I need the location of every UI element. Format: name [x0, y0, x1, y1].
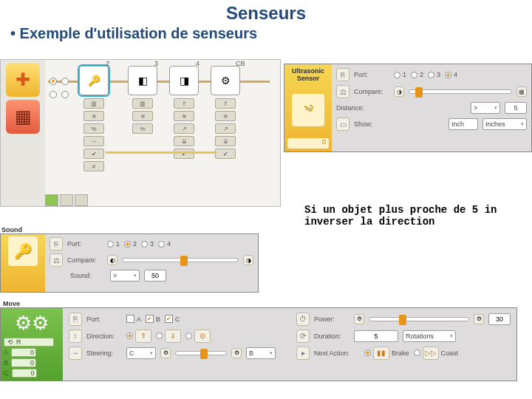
start-plug — [50, 78, 69, 85]
port-b-check[interactable]: ✔B — [146, 315, 160, 323]
tab-2[interactable] — [60, 194, 73, 206]
inch-button[interactable]: Inch — [449, 118, 478, 130]
port-c-check[interactable]: ✔C — [165, 315, 180, 323]
sound-value-row: Sound: >▾ 50 — [50, 270, 253, 282]
block-4[interactable]: ◨ — [169, 66, 199, 95]
port-1-radio[interactable]: 1 — [394, 71, 406, 78]
steer-right-icon: ⚙ — [231, 348, 242, 358]
grid-icon: ▦ — [15, 106, 32, 127]
sound-header: 🔑 — [1, 234, 45, 292]
palette-flow-block[interactable]: ▦ — [6, 100, 40, 134]
ultrasonic-icon: ༄ — [292, 94, 324, 126]
data-hub-2[interactable]: ▥≋% — [132, 98, 154, 134]
duration-value-input[interactable]: 5 — [354, 330, 398, 342]
reset-button[interactable]: ⟲ R — [4, 338, 54, 347]
port-4-radio[interactable]: 4 — [158, 240, 171, 248]
block-palette: ✚ ▦ — [1, 60, 45, 206]
power-icon: ⏱ — [296, 313, 310, 326]
feedback-c: C0 — [4, 369, 60, 378]
chevron-down-icon: ▾ — [521, 121, 524, 127]
arrow-down-icon: ⇓ — [165, 330, 181, 343]
duration-icon: ⟳ — [296, 330, 310, 343]
move-config-panel: ⚙⚙ ⟲ R A0 B0 C0 ⎘ Port: A ✔B ✔C ⏱ Power:… — [0, 307, 517, 381]
sound-op-dropdown[interactable]: >▾ — [110, 270, 140, 282]
feedback-b: B0 — [4, 358, 60, 367]
compare-label: Compare: — [354, 88, 389, 95]
sequence-canvas[interactable]: 🔑 2 ◧ 3 ◨ 4 ⚙ CB ▥≋%↔✔# ▥≋% ⇑≋↗⇊✔ ⇑≋↗⇊✔ — [45, 60, 280, 206]
tab-1[interactable] — [45, 194, 58, 206]
dir-stop[interactable]: ⊝ — [185, 330, 211, 343]
distance-value-input[interactable]: 5 — [505, 102, 527, 114]
show-icon: ▭ — [336, 117, 349, 131]
next-action-row: ▸ Next Action: ▮▮Brake ▷▷Coast — [296, 346, 511, 360]
direction-label: Direction: — [86, 332, 122, 340]
chevron-down-icon: ▾ — [134, 273, 137, 279]
power-max-icon[interactable]: ⚙ — [474, 314, 484, 324]
steer-left-icon: ⚙ — [160, 348, 171, 358]
chevron-down-icon: ▾ — [150, 350, 153, 356]
dir-back[interactable]: ⇓ — [156, 330, 181, 343]
gear-block[interactable]: ⚙ — [211, 66, 240, 95]
sound-value-input[interactable]: 50 — [144, 270, 166, 282]
move-header: ⚙⚙ ⟲ R A0 B0 C0 — [1, 308, 63, 381]
tab-3[interactable] — [75, 194, 88, 206]
slide-title: Senseurs — [0, 0, 532, 24]
port-label: Port: — [67, 240, 103, 248]
sound-label: Sound: — [70, 272, 106, 279]
power-value-input[interactable]: 30 — [488, 313, 511, 325]
port-2-radio[interactable]: 2 — [411, 71, 423, 78]
ultrasonic-header: Ultrasonic Sensor ༄ 0 — [284, 64, 332, 151]
power-slider[interactable] — [369, 317, 469, 321]
chevron-down-icon: ▾ — [450, 333, 453, 339]
slider-max-icon[interactable]: ▦ — [516, 86, 527, 97]
power-row: ⏱ Power: ⚙ ⚙ 30 — [296, 312, 511, 326]
steering-left-dropdown[interactable]: C▾ — [126, 347, 156, 359]
block-4-label: 4 — [196, 60, 200, 67]
duration-unit-dropdown[interactable]: Rotations▾ — [403, 330, 456, 342]
slider-max-icon[interactable]: ◑ — [243, 255, 253, 265]
gear-icon: ⚙⚙ — [17, 311, 47, 336]
show-label: Show: — [354, 120, 389, 128]
steering-slider[interactable] — [175, 351, 227, 355]
port-3-radio[interactable]: 3 — [428, 71, 440, 78]
ultrasonic-reading: 0 — [287, 138, 329, 149]
data-hub-4[interactable]: ⇑≋↗⇊✔ — [215, 98, 237, 159]
gear-block-label: CB — [236, 60, 245, 67]
sound-sensor-block[interactable]: 🔑 — [79, 66, 109, 95]
port-3-radio[interactable]: 3 — [141, 240, 154, 248]
distance-op-dropdown[interactable]: >▾ — [471, 102, 500, 114]
power-label: Power: — [314, 316, 349, 323]
dir-forward[interactable]: ⇑ — [126, 330, 151, 343]
brake-radio[interactable]: ▮▮Brake — [364, 347, 409, 360]
palette-common-block[interactable]: ✚ — [6, 63, 40, 97]
unit-dropdown[interactable]: Inches▾ — [482, 118, 527, 130]
explanation-text: Si un objet plus proche de 5 in inverser… — [304, 204, 497, 228]
compare-row: ⚖ Compare: ◑ ▦ — [336, 85, 527, 98]
port-4-radio[interactable]: 4 — [445, 71, 457, 78]
coast-radio[interactable]: ▷▷Coast — [414, 347, 459, 360]
block-port-label: 2 — [106, 60, 109, 67]
port-a-check[interactable]: A — [126, 315, 141, 323]
direction-icon: ↕ — [69, 330, 82, 343]
next-icon: ▸ — [296, 347, 310, 360]
compare-slider[interactable] — [409, 89, 512, 94]
sound-slider[interactable] — [122, 258, 239, 262]
port-1-radio[interactable]: 1 — [107, 240, 120, 248]
port-label: Port: — [86, 316, 122, 323]
steering-right-dropdown[interactable]: B▾ — [246, 347, 276, 359]
data-hub-1[interactable]: ▥≋%↔✔# — [83, 98, 106, 171]
block-3[interactable]: ◧ — [128, 66, 157, 95]
slider-min-icon[interactable]: ◐ — [107, 255, 117, 265]
show-row: ▭ Show: Inch Inches▾ — [336, 117, 527, 131]
ultrasonic-config-panel: Ultrasonic Sensor ༄ 0 ⎘ Port: 1 2 3 4 ⚖ … — [284, 64, 532, 152]
arrow-up-icon: ⇑ — [135, 330, 151, 343]
slider-min-icon[interactable]: ◑ — [394, 86, 404, 97]
start-plug-2 — [50, 91, 69, 98]
port-2-radio[interactable]: 2 — [124, 240, 137, 248]
port-icon: ⎘ — [50, 237, 63, 250]
sound-port-row: ⎘ Port: 1 2 3 4 — [50, 237, 253, 250]
steering-label: Steering: — [86, 349, 122, 357]
power-min-icon[interactable]: ⚙ — [354, 314, 364, 324]
data-hub-3[interactable]: ⇑≋↗⇊✔ — [174, 98, 196, 159]
palette-tabs[interactable] — [45, 194, 88, 206]
